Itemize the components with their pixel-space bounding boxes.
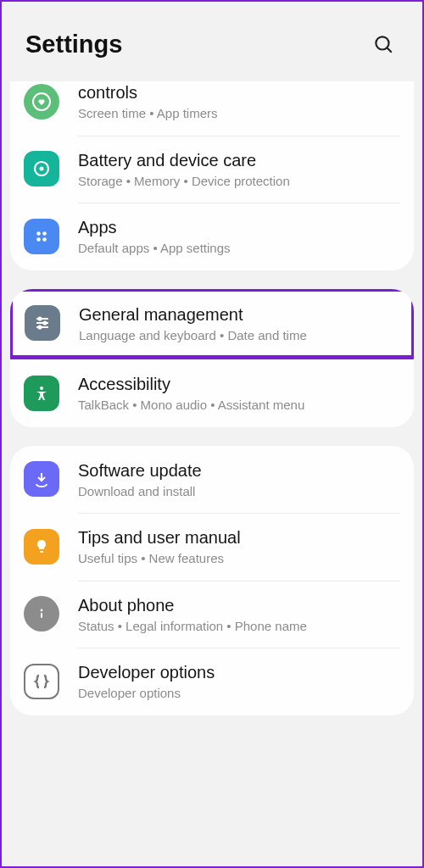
item-title: Developer options <box>78 661 399 683</box>
settings-item-general-management[interactable]: General management Language and keyboard… <box>10 289 414 360</box>
info-icon <box>31 604 52 624</box>
settings-item-tips[interactable]: Tips and user manual Useful tips • New f… <box>10 513 414 581</box>
svg-point-13 <box>43 322 46 325</box>
svg-rect-16 <box>40 551 43 553</box>
heart-circle-icon <box>31 92 52 112</box>
settings-item-accessibility[interactable]: Accessibility TalkBack • Mono audio • As… <box>10 359 414 427</box>
svg-point-6 <box>42 231 47 236</box>
header: Settings <box>2 2 422 81</box>
item-title: Software update <box>78 459 399 481</box>
item-title: Battery and device care <box>78 149 399 171</box>
item-subtitle: Language and keyboard • Date and time <box>79 327 398 344</box>
item-title: Accessibility <box>78 373 399 395</box>
svg-point-17 <box>41 609 43 612</box>
device-care-icon <box>31 159 52 179</box>
item-subtitle: TalkBack • Mono audio • Assistant menu <box>78 397 399 414</box>
svg-rect-18 <box>41 613 42 618</box>
settings-group: General management Language and keyboard… <box>10 289 414 427</box>
settings-item-controls[interactable]: controls Screen time • App timers <box>10 81 414 136</box>
svg-line-1 <box>388 48 392 53</box>
svg-point-12 <box>38 318 41 320</box>
item-title: controls <box>78 81 399 103</box>
bulb-icon <box>31 537 52 557</box>
download-icon <box>31 469 52 489</box>
page-title: Settings <box>25 31 122 58</box>
braces-icon <box>31 671 52 692</box>
settings-group: Software update Download and install Tip… <box>10 446 414 715</box>
apps-icon <box>31 226 52 247</box>
settings-item-apps[interactable]: Apps Default apps • App settings <box>10 203 414 270</box>
item-subtitle: Download and install <box>78 483 399 500</box>
sliders-icon <box>32 313 53 333</box>
item-subtitle: Developer options <box>78 685 399 702</box>
settings-group: controls Screen time • App timers Batter… <box>10 81 414 270</box>
item-title: Apps <box>78 216 399 238</box>
svg-point-7 <box>36 237 41 242</box>
svg-point-0 <box>376 36 388 49</box>
item-title: About phone <box>78 594 399 616</box>
item-subtitle: Status • Legal information • Phone name <box>78 618 399 635</box>
svg-point-8 <box>42 237 47 242</box>
settings-item-developer-options[interactable]: Developer options Developer options <box>10 648 414 715</box>
item-subtitle: Useful tips • New features <box>78 550 399 567</box>
settings-item-battery[interactable]: Battery and device care Storage • Memory… <box>10 136 414 203</box>
search-button[interactable] <box>365 25 402 63</box>
item-subtitle: Screen time • App timers <box>78 105 399 122</box>
svg-point-14 <box>38 326 41 329</box>
svg-point-15 <box>40 387 43 390</box>
settings-item-software-update[interactable]: Software update Download and install <box>10 446 414 514</box>
item-title: General management <box>79 303 398 326</box>
settings-item-about-phone[interactable]: About phone Status • Legal information •… <box>10 581 414 648</box>
svg-point-5 <box>36 231 41 236</box>
item-title: Tips and user manual <box>78 526 399 548</box>
accessibility-icon <box>31 383 52 403</box>
search-icon <box>372 33 394 55</box>
item-subtitle: Default apps • App settings <box>78 240 399 257</box>
item-subtitle: Storage • Memory • Device protection <box>78 173 399 190</box>
svg-point-4 <box>40 167 44 171</box>
